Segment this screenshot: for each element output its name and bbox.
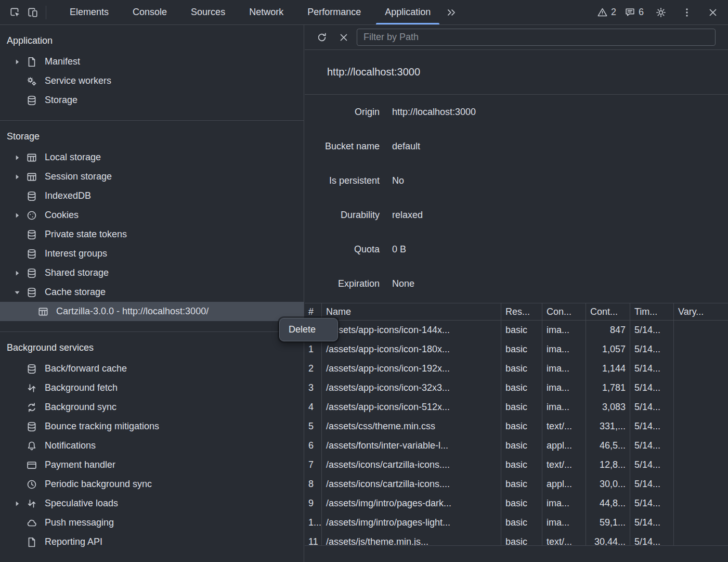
triangle-collapsed-icon[interactable] — [12, 211, 22, 220]
sidebar-section-application: ApplicationManifestService workersStorag… — [0, 25, 304, 110]
warnings-badge[interactable]: 2 — [597, 7, 616, 18]
table-row[interactable]: 8/assets/icons/cartzilla-icons....basica… — [305, 475, 728, 494]
toolbar-separator — [46, 6, 46, 19]
content-length-cell: 1,781 — [586, 378, 630, 398]
table-row[interactable]: 7/assets/icons/cartzilla-icons....basict… — [305, 455, 728, 475]
sidebar-item-shared-storage[interactable]: Shared storage — [0, 263, 304, 283]
row-number: 1... — [305, 513, 321, 532]
sidebar-item-interest-groups[interactable]: Interest groups — [0, 244, 304, 263]
cache-origin-title: http://localhost:3000 — [305, 50, 728, 95]
tab-performance[interactable]: Performance — [295, 0, 373, 24]
column-header-vary[interactable]: Vary... — [673, 303, 728, 320]
sidebar-item-local-storage[interactable]: Local storage — [0, 148, 304, 167]
device-toolbar-icon[interactable] — [24, 4, 42, 21]
detail-label: Durability — [305, 210, 380, 221]
sidebar-item-label: Notifications — [45, 440, 96, 451]
sidebar-item-periodic-background-sync[interactable]: Periodic background sync — [0, 475, 304, 494]
content-type-cell: ima... — [542, 513, 586, 532]
triangle-expanded-icon[interactable] — [12, 288, 22, 297]
sidebar-item-manifest[interactable]: Manifest — [0, 52, 304, 71]
table-row[interactable]: 5/assets/css/theme.min.cssbasictext/...3… — [305, 417, 728, 436]
sidebar-item-indexeddb[interactable]: IndexedDB — [0, 186, 304, 206]
refresh-icon[interactable] — [313, 29, 331, 46]
sidebar-item-reporting-api[interactable]: Reporting API — [0, 532, 304, 552]
context-menu-delete-item[interactable]: Delete — [279, 318, 338, 341]
sidebar-item-private-state-tokens[interactable]: Private state tokens — [0, 225, 304, 244]
cloud-icon — [26, 517, 37, 529]
column-header-name[interactable]: Name — [321, 303, 501, 320]
sidebar-item-background-sync[interactable]: Background sync — [0, 398, 304, 417]
content-type-cell: appl... — [542, 436, 586, 455]
more-tabs-icon[interactable] — [443, 4, 460, 21]
sidebar-item-bounce-tracking-mitigations[interactable]: Bounce tracking mitigations — [0, 417, 304, 436]
sidebar-item-notifications[interactable]: Notifications — [0, 436, 304, 455]
tab-network[interactable]: Network — [237, 0, 295, 24]
table-row[interactable]: 0/assets/app-icons/icon-144x...basicima.… — [305, 321, 728, 340]
sidebar-item-push-messaging[interactable]: Push messaging — [0, 513, 304, 532]
tab-application[interactable]: Application — [373, 0, 443, 24]
sidebar-item-back-forward-cache[interactable]: Back/forward cache — [0, 359, 304, 378]
tab-console[interactable]: Console — [121, 0, 179, 24]
sidebar-item-background-fetch[interactable]: Background fetch — [0, 378, 304, 398]
response-type-cell: basic — [501, 532, 542, 545]
sidebar-item-speculative-loads[interactable]: Speculative loads — [0, 494, 304, 513]
triangle-collapsed-icon[interactable] — [12, 153, 22, 162]
filter-input[interactable] — [357, 29, 716, 46]
clear-filter-icon[interactable] — [335, 29, 353, 46]
time-cached-cell: 5/14... — [630, 398, 673, 417]
time-cached-cell: 5/14... — [630, 340, 673, 359]
table-row[interactable]: 6/assets/fonts/inter-variable-l...basica… — [305, 436, 728, 455]
close-icon[interactable] — [704, 4, 722, 21]
messages-badge[interactable]: 6 — [625, 7, 644, 18]
content-length-cell: 44,8... — [586, 494, 630, 513]
table-row[interactable]: 1/assets/app-icons/icon-180x...basicima.… — [305, 340, 728, 359]
table-row[interactable]: 4/assets/app-icons/icon-512x...basicima.… — [305, 398, 728, 417]
table-row[interactable]: 9/assets/img/intro/pages-dark...basicima… — [305, 494, 728, 513]
inspect-icon[interactable] — [6, 4, 24, 21]
sidebar-item-label: IndexedDB — [45, 190, 91, 201]
detail-value: http://localhost:3000 — [392, 107, 476, 118]
sidebar-item-label: Cache storage — [45, 287, 106, 298]
content-type-cell: appl... — [542, 475, 586, 494]
gears-icon — [26, 75, 37, 87]
column-header-response-type[interactable]: Res... — [501, 303, 542, 320]
name-cell: /assets/css/theme.min.css — [321, 417, 501, 436]
table-row[interactable]: 2/assets/app-icons/icon-192x...basicima.… — [305, 359, 728, 378]
content-length-cell: 1,057 — [586, 340, 630, 359]
sidebar-item-service-workers[interactable]: Service workers — [0, 71, 304, 91]
time-cached-cell: 5/14... — [630, 475, 673, 494]
sidebar-item-payment-handler[interactable]: Payment handler — [0, 455, 304, 475]
sidebar-item-session-storage[interactable]: Session storage — [0, 167, 304, 186]
triangle-collapsed-icon[interactable] — [12, 172, 22, 182]
triangle-collapsed-icon[interactable] — [12, 269, 22, 278]
sidebar-item-cookies[interactable]: Cookies — [0, 206, 304, 225]
table-row[interactable]: 1.../assets/img/intro/pages-light...basi… — [305, 513, 728, 532]
sidebar-item-label: Cartzilla-3.0.0 - http://localhost:3000/ — [56, 306, 209, 317]
vary-cell — [673, 513, 728, 532]
vary-cell — [673, 359, 728, 378]
table-row[interactable]: 3/assets/app-icons/icon-32x3...basicima.… — [305, 378, 728, 398]
kebab-menu-icon[interactable] — [678, 4, 696, 21]
content-length-cell: 30,0... — [586, 475, 630, 494]
time-cached-cell: 5/14... — [630, 513, 673, 532]
row-number: 3 — [305, 378, 321, 398]
database-icon — [26, 229, 37, 240]
sidebar-item-storage[interactable]: Storage — [0, 91, 304, 110]
response-type-cell: basic — [501, 417, 542, 436]
sidebar-item-label: Shared storage — [45, 267, 109, 278]
column-header-content-type[interactable]: Con... — [542, 303, 586, 320]
tab-sources[interactable]: Sources — [179, 0, 237, 24]
table-row[interactable]: 11/assets/js/theme.min.js...basictext/..… — [305, 532, 728, 545]
vary-cell — [673, 436, 728, 455]
settings-gear-icon[interactable] — [652, 4, 670, 21]
triangle-collapsed-icon[interactable] — [12, 499, 22, 508]
triangle-collapsed-icon[interactable] — [12, 57, 22, 67]
tab-elements[interactable]: Elements — [58, 0, 121, 24]
sidebar-item-cache-storage[interactable]: Cache storage — [0, 283, 304, 302]
database-icon — [26, 421, 37, 432]
time-cached-cell: 5/14... — [630, 417, 673, 436]
sidebar-item-cartzilla-3-0-0-http-localhost-3000[interactable]: Cartzilla-3.0.0 - http://localhost:3000/ — [0, 302, 304, 321]
column-header-time-cached[interactable]: Tim... — [630, 303, 673, 320]
column-header-content-length[interactable]: Cont... — [586, 303, 630, 320]
section-header-storage: Storage — [0, 125, 304, 148]
